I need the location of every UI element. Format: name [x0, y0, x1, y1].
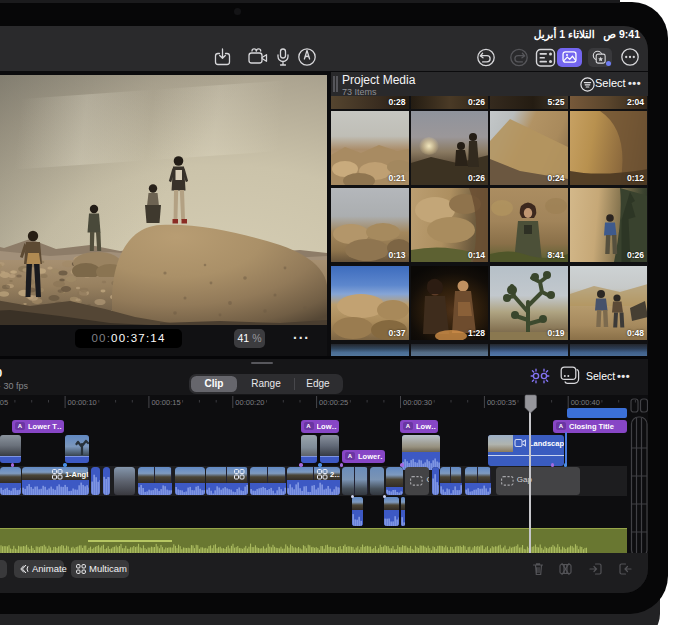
svg-text:00:00:05: 00:00:05	[0, 398, 8, 407]
